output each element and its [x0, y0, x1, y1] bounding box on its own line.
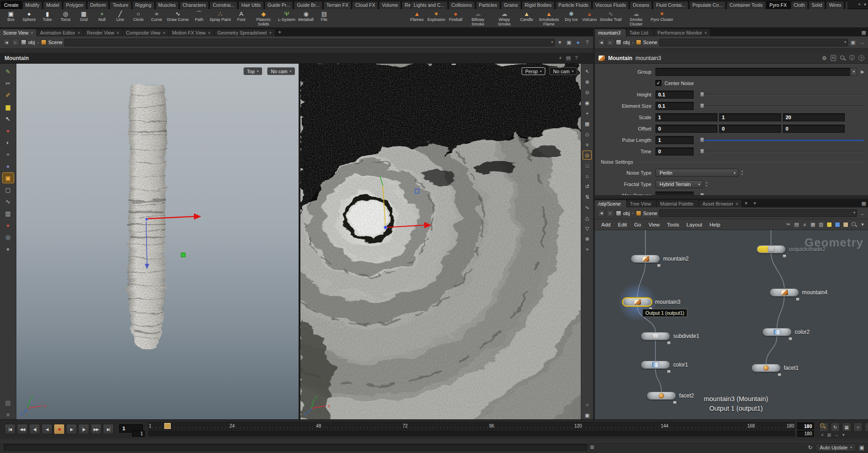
shelf-tool[interactable]: ▲ Candle	[518, 10, 536, 27]
shelf-tool[interactable]: ⌒ Path	[190, 10, 208, 27]
nav-back-button[interactable]: ◀	[598, 39, 605, 46]
add-pane-tab-button[interactable]: +	[275, 29, 284, 36]
shelf-tab[interactable]: Deform	[87, 1, 109, 9]
shelf-tab[interactable]: Pyro FX	[766, 1, 790, 9]
shelf-tool[interactable]: ≈ Curve	[147, 10, 166, 27]
shelf-tool[interactable]: ◎ Torus	[56, 10, 75, 27]
shelf-tool[interactable]: Ψ L-System	[277, 10, 297, 27]
scale-handle[interactable]	[181, 253, 185, 257]
playbar-option-icon[interactable]	[819, 423, 828, 432]
transport-button[interactable]: ▶|	[103, 424, 114, 434]
shelf-tab[interactable]: Rigid Bodies	[522, 1, 555, 9]
viewbar-icon[interactable]: ↖	[583, 67, 591, 76]
shelf-tool[interactable]: A Font	[232, 10, 250, 27]
max-octaves-field[interactable]	[655, 191, 694, 196]
shelf-tab[interactable]: Grains	[501, 1, 521, 9]
shelf-tool[interactable]: ◆ Platonic Solids	[250, 10, 277, 27]
pane-tab[interactable]: Scene View ×	[0, 29, 36, 36]
network-node[interactable]: facet1	[751, 364, 781, 372]
transport-button[interactable]: ▶▶	[91, 424, 102, 434]
network-toolbar-icon[interactable]: ▥	[818, 221, 824, 227]
transport-button[interactable]: ◀	[41, 424, 52, 434]
playbar-option-icon[interactable]: ↻	[831, 423, 840, 432]
viewport-header-icon[interactable]: +	[559, 55, 562, 61]
transport-button[interactable]: |◀	[5, 424, 15, 434]
persp-view-render[interactable]	[300, 64, 581, 419]
element-size-slider[interactable]	[699, 103, 864, 109]
shelf-tab[interactable]: Crowds	[845, 1, 848, 9]
tool-strip-icon[interactable]: ●	[3, 220, 14, 230]
shelf-tab[interactable]: Constrai...	[209, 1, 238, 9]
path-input[interactable]	[64, 39, 555, 46]
tool-strip-icon[interactable]: ✎	[3, 66, 14, 76]
viewbar-icon[interactable]: ⊗	[583, 235, 591, 243]
breadcrumb-obj[interactable]: obj	[623, 40, 630, 45]
network-toolbar-icon[interactable]	[843, 222, 848, 227]
nav-forward-button[interactable]: ▶	[12, 39, 19, 46]
shelf-tool[interactable]: ▣ Box	[2, 10, 20, 27]
group-field[interactable]	[655, 68, 850, 76]
shelf-tool[interactable]: ▲ Smokeless Flame	[536, 10, 562, 27]
tab-close-icon[interactable]: ×	[117, 30, 119, 35]
shelf-tool[interactable]: ○ Circle	[129, 10, 147, 27]
shelf-tab[interactable]: Solid	[808, 1, 825, 9]
viewbar-icon[interactable]: ▦	[583, 120, 591, 128]
node-lock-badge[interactable]	[667, 341, 671, 345]
pane-tab[interactable]: Tree View	[627, 200, 657, 207]
breadcrumb[interactable]: obj › Scene	[21, 40, 62, 45]
viewbar-icon[interactable]: ▣	[583, 411, 591, 419]
slider-handle[interactable]	[700, 92, 704, 97]
shelf-tab[interactable]: Hair Utils	[238, 1, 264, 9]
range-start-field[interactable]: 1	[132, 431, 145, 437]
pane-tab[interactable]: Geometry Spreadsheet ×	[214, 29, 275, 36]
node-lock-badge[interactable]	[788, 337, 792, 341]
viewbar-icon[interactable]: ≈	[583, 245, 591, 253]
menu-item[interactable]: View	[645, 221, 664, 229]
camera-menu[interactable]: No cam	[549, 67, 577, 75]
playhead-marker[interactable]	[164, 423, 171, 429]
shelf-tool[interactable]: ❄ Dry Ice	[562, 10, 580, 27]
tab-close-icon[interactable]: ×	[269, 30, 272, 35]
view-menu[interactable]: Top	[244, 67, 262, 75]
shelf-add-icon[interactable]: +	[858, 2, 861, 7]
pathbar-icon[interactable]: →	[859, 211, 865, 216]
camera-menu[interactable]: No cam	[267, 67, 295, 75]
shelf-tool[interactable]: ● Fireball	[447, 10, 465, 27]
shelf-menu-caret-icon[interactable]: ▾	[864, 2, 866, 7]
shelf-tab[interactable]: Viscous Fluids	[592, 1, 629, 9]
tool-strip-icon[interactable]: ✂	[3, 78, 14, 88]
pulse-length-slider[interactable]	[699, 137, 864, 143]
tool-strip-icon[interactable]: ∿	[3, 196, 14, 206]
shelf-tab[interactable]: Fluid Contai...	[653, 1, 689, 9]
noise-type-dropdown[interactable]: Perlin	[655, 169, 738, 177]
tool-strip-icon[interactable]: ▥	[3, 208, 14, 218]
network-toolbar-icon[interactable]: ▦	[810, 221, 816, 227]
pane-tab[interactable]: Composite View ×	[123, 29, 169, 36]
shelf-tab[interactable]: Muscles	[155, 1, 179, 9]
playbar-option-icon[interactable]: ○	[853, 423, 863, 432]
playbar-option-icon[interactable]: ▦	[842, 423, 851, 432]
shelf-tool[interactable]: ▲ Flames	[408, 10, 426, 27]
shelf-tab[interactable]: Oceans	[629, 1, 652, 9]
network-toolbar-icon[interactable]: ▤	[794, 221, 799, 227]
menu-item[interactable]: Add	[598, 221, 614, 229]
height-slider[interactable]	[699, 91, 864, 97]
shelf-tab[interactable]: Populate Co...	[689, 1, 726, 9]
viewbar-icon[interactable]: ≡	[583, 141, 591, 149]
pane-layout-icon[interactable]: ▦	[862, 201, 866, 206]
network-editor-canvas[interactable]: Geometry mountain2 uvquickshade2 mountai…	[595, 230, 868, 419]
shelf-tab[interactable]: Cloud FX	[352, 1, 378, 9]
shelf-tab[interactable]: Polygon	[63, 1, 86, 9]
tool-strip-icon[interactable]: ▢	[3, 185, 14, 195]
slider-handle[interactable]	[700, 103, 704, 108]
shelf-tab[interactable]: Volume	[379, 1, 401, 9]
param-header-icon[interactable]: ⚙	[822, 55, 827, 61]
pane-tab[interactable]: Material Palette	[657, 200, 699, 207]
breadcrumb-obj[interactable]: obj	[28, 40, 35, 45]
pathbar-icon[interactable]: ?	[584, 40, 590, 45]
nav-back-button[interactable]: ◀	[3, 39, 10, 46]
node-lock-badge[interactable]	[777, 373, 782, 377]
tool-strip-icon[interactable]: ✐	[3, 90, 14, 100]
shelf-tab[interactable]: Lights and C...	[411, 1, 448, 9]
network-toolbar-icon[interactable]: ▾	[860, 221, 865, 227]
